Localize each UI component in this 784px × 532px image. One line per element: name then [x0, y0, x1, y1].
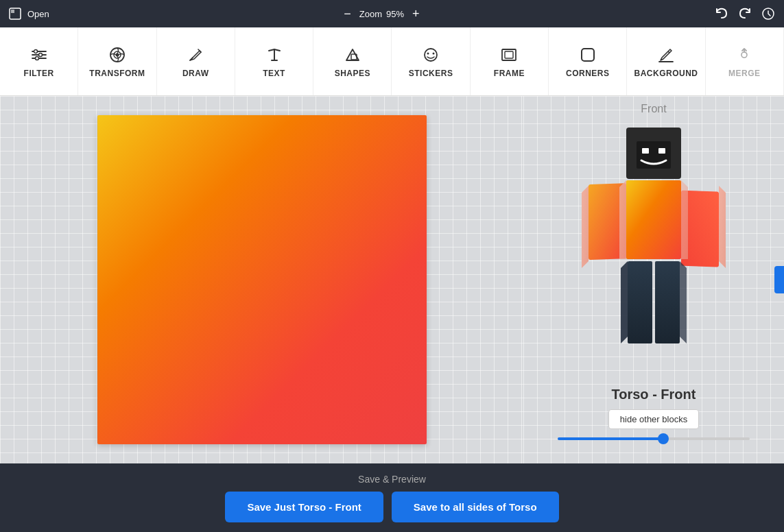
svg-point-7: [38, 53, 42, 56]
toolbar-item-filter[interactable]: FILTER: [0, 27, 78, 95]
zoom-plus-button[interactable]: +: [408, 5, 424, 23]
svg-point-22: [741, 52, 747, 58]
corners-icon: [578, 45, 597, 64]
svg-point-16: [427, 52, 429, 54]
toolbar-item-merge: MERGE: [706, 27, 784, 95]
history-icon[interactable]: [761, 6, 776, 21]
zoom-slider-fill: [558, 437, 663, 440]
svg-point-17: [433, 52, 435, 54]
draw-icon: [186, 45, 205, 64]
draw-label: DRAW: [182, 69, 209, 78]
stickers-label: STICKERS: [409, 69, 453, 78]
stickers-icon: [421, 45, 440, 64]
toolbar: FILTER TRANSFORM DRAW TEXT: [0, 27, 784, 96]
zoom-label: Zoom: [359, 9, 382, 19]
text-label: TEXT: [263, 69, 285, 78]
top-bar-right: [714, 6, 776, 21]
front-label: Front: [641, 103, 666, 115]
filter-label: FILTER: [24, 69, 54, 78]
toolbar-item-shapes[interactable]: SHAPES: [313, 27, 392, 95]
toolbar-item-text[interactable]: TEXT: [235, 27, 313, 95]
undo-icon[interactable]: [714, 6, 729, 21]
zoom-slider-thumb[interactable]: [658, 433, 669, 444]
torso-label: Torso - Front: [612, 387, 696, 402]
bottom-bar: Save & Preview Save Just Torso - Front S…: [0, 463, 784, 532]
svg-marker-37: [680, 261, 687, 343]
transform-label: TRANSFORM: [89, 69, 145, 78]
main-content: Front: [0, 96, 784, 463]
svg-point-15: [425, 49, 437, 61]
svg-marker-30: [719, 186, 726, 268]
svg-rect-26: [658, 148, 665, 154]
character-container: [551, 121, 757, 381]
shapes-icon: [343, 45, 362, 64]
svg-point-11: [115, 53, 119, 56]
svg-rect-19: [505, 51, 513, 58]
svg-point-6: [34, 49, 37, 53]
open-label[interactable]: Open: [27, 9, 49, 19]
shapes-label: SHAPES: [335, 69, 370, 78]
merge-icon: [735, 45, 754, 64]
merge-label: MERGE: [728, 69, 761, 78]
preview-area: Front: [523, 96, 784, 463]
svg-rect-34: [628, 261, 652, 343]
save-all-sides-button[interactable]: Save to all sides of Torso: [392, 492, 559, 522]
frame-label: FRAME: [494, 69, 525, 78]
svg-marker-32: [619, 180, 626, 259]
canvas-area[interactable]: [0, 96, 523, 463]
top-bar-left: Open: [8, 7, 49, 21]
zoom-controls: − Zoom 95% +: [340, 5, 423, 23]
zoom-slider-container: [558, 437, 750, 440]
background-label: BACKGROUND: [634, 69, 698, 78]
zoom-minus-button[interactable]: −: [340, 5, 355, 23]
top-bar: Open − Zoom 95% +: [0, 0, 784, 27]
side-panel-handle[interactable]: [774, 266, 784, 293]
svg-marker-28: [582, 186, 589, 268]
svg-rect-1: [11, 10, 14, 13]
toolbar-item-draw[interactable]: DRAW: [157, 27, 235, 95]
save-just-torso-button[interactable]: Save Just Torso - Front: [225, 492, 383, 522]
toolbar-item-corners[interactable]: CORNERS: [549, 27, 627, 95]
open-icon: [8, 7, 22, 21]
background-icon: [656, 45, 676, 64]
frame-icon: [499, 45, 519, 64]
toolbar-item-frame[interactable]: FRAME: [471, 27, 549, 95]
roblox-character: [551, 121, 757, 374]
redo-icon[interactable]: [737, 6, 752, 21]
svg-rect-25: [642, 148, 649, 154]
canvas-drawing: [97, 115, 427, 444]
svg-rect-20: [582, 49, 594, 61]
bottom-buttons: Save Just Torso - Front Save to all side…: [225, 492, 558, 522]
save-preview-label: Save & Preview: [358, 474, 426, 485]
filter-icon: [29, 45, 49, 64]
svg-rect-36: [655, 261, 680, 343]
zoom-value: 95%: [386, 9, 404, 19]
corners-label: CORNERS: [566, 69, 610, 78]
toolbar-item-background[interactable]: BACKGROUND: [627, 27, 705, 95]
toolbar-item-transform[interactable]: TRANSFORM: [78, 27, 156, 95]
svg-marker-33: [681, 180, 688, 259]
svg-marker-35: [621, 261, 628, 343]
svg-rect-31: [626, 180, 681, 259]
toolbar-item-stickers[interactable]: STICKERS: [392, 27, 470, 95]
zoom-slider-track[interactable]: [558, 437, 750, 440]
hide-other-blocks-button[interactable]: hide other blocks: [608, 409, 699, 429]
text-icon: [265, 45, 284, 64]
transform-icon: [108, 45, 127, 64]
svg-point-8: [35, 56, 38, 60]
